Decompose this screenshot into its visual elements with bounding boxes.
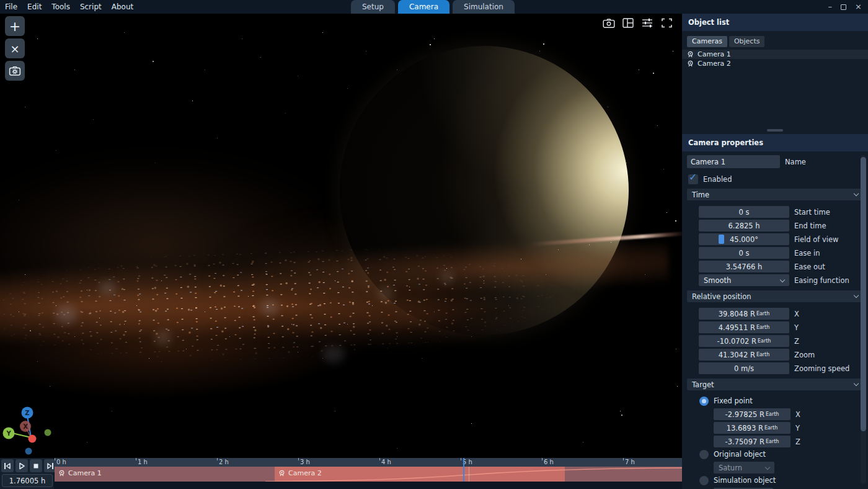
original-object-radio[interactable] — [699, 450, 709, 459]
panel-splitter-handle[interactable] — [767, 129, 783, 132]
field-of-view-slider[interactable]: 45.000° — [699, 233, 789, 245]
camera-properties-body: Name ✓ Enabled Time 0 s Start time 6.282… — [682, 151, 868, 489]
add-object-button[interactable]: + — [5, 16, 25, 36]
bokeh-blob — [440, 271, 454, 284]
axis-gizmo[interactable]: X Z Y — [2, 403, 61, 458]
list-item-camera1[interactable]: Camera 1 — [682, 50, 868, 59]
viewport-toolbar: + × — [5, 16, 25, 81]
zoom-field[interactable]: 41.3042 REarth — [699, 349, 789, 361]
timeline-ruler[interactable]: 0 h 1 h 2 h 3 h 4 h 5 h 6 h 7 h — [55, 458, 682, 467]
tab-setup[interactable]: Setup — [351, 0, 395, 14]
menu-script[interactable]: Script — [80, 2, 102, 11]
close-x-icon: × — [10, 42, 19, 55]
camera-icon — [687, 60, 694, 67]
stop-button[interactable] — [30, 459, 42, 472]
menu-file[interactable]: File — [5, 2, 17, 11]
name-label: Name — [785, 158, 806, 166]
ease-in-label: Ease in — [794, 249, 820, 258]
menu-tools[interactable]: Tools — [51, 2, 70, 11]
screenshot-button[interactable] — [602, 16, 616, 30]
viewport-view-controls — [602, 16, 673, 30]
section-time[interactable]: Time — [687, 189, 863, 200]
timeline[interactable]: 0 h 1 h 2 h 3 h 4 h 5 h 6 h 7 h Camera 1 — [55, 458, 682, 489]
original-object-label: Original object — [714, 450, 766, 459]
end-time-label: End time — [794, 222, 826, 230]
end-time-field[interactable]: 6.2825 h — [699, 220, 789, 231]
delete-object-button[interactable]: × — [5, 38, 25, 58]
tab-cameras[interactable]: Cameras — [687, 36, 727, 47]
window-controls: – × — [828, 0, 862, 14]
tab-objects[interactable]: Objects — [729, 36, 765, 47]
menu-edit[interactable]: Edit — [27, 2, 42, 11]
list-item-camera2[interactable]: Camera 2 — [682, 59, 868, 68]
section-relative-position[interactable]: Relative position — [687, 290, 863, 302]
fixed-point-radio[interactable] — [699, 397, 709, 406]
play-button[interactable] — [16, 459, 28, 472]
target-x-label: X — [795, 410, 800, 419]
target-z-label: Z — [795, 437, 800, 446]
enabled-label: Enabled — [703, 175, 732, 184]
position-x-label: X — [794, 310, 799, 318]
chevron-down-icon — [854, 191, 859, 196]
position-x-field[interactable]: 39.8048 REarth — [699, 308, 789, 320]
easing-function-dropdown[interactable]: Smooth — [699, 274, 789, 286]
field-of-view-label: Field of view — [794, 235, 838, 244]
minimize-icon[interactable]: – — [828, 0, 833, 14]
viewport-3d[interactable]: + × — [0, 14, 682, 458]
fullscreen-button[interactable] — [660, 16, 673, 30]
slider-handle[interactable] — [719, 235, 724, 244]
chevron-down-icon — [765, 464, 770, 469]
start-time-field[interactable]: 0 s — [699, 206, 789, 218]
skip-start-icon — [3, 462, 12, 470]
bokeh-blob — [378, 287, 393, 300]
axis-x-negative-dot — [45, 429, 51, 436]
object-list-header: Object list — [682, 14, 868, 31]
camera-settings-button[interactable] — [5, 61, 25, 81]
screenshot-camera-icon — [603, 18, 615, 29]
tab-simulation[interactable]: Simulation — [453, 0, 515, 14]
zooming-speed-field[interactable]: 0 m/s — [699, 362, 789, 374]
fixed-point-label: Fixed point — [714, 397, 753, 405]
bokeh-blob — [56, 305, 77, 324]
close-icon[interactable]: × — [855, 0, 862, 14]
object-list-tabs: Cameras Objects — [687, 36, 868, 47]
original-object-dropdown[interactable]: Saturn — [714, 462, 774, 473]
ease-out-field[interactable]: 3.54766 h — [699, 261, 789, 272]
simulation-object-radio[interactable] — [699, 476, 709, 485]
menu-about[interactable]: About — [112, 2, 133, 11]
bokeh-blob — [260, 299, 279, 315]
target-y-field[interactable]: 13.6893 REarth — [714, 422, 790, 434]
play-icon — [18, 462, 25, 470]
plus-icon: + — [9, 19, 20, 34]
position-y-field[interactable]: 4.49511 REarth — [699, 321, 789, 333]
playhead[interactable] — [463, 458, 464, 482]
zoom-label: Zoom — [794, 351, 815, 359]
chevron-down-icon — [854, 381, 859, 386]
transport-controls — [1, 459, 56, 472]
name-input[interactable] — [687, 155, 780, 168]
adjust-button[interactable] — [640, 16, 654, 30]
current-time-field[interactable]: 1.76005 h — [2, 474, 53, 487]
camera-icon — [687, 51, 694, 58]
gizmo-center-dot — [29, 435, 37, 443]
section-target[interactable]: Target — [687, 379, 863, 390]
position-z-field[interactable]: -10.0702 REarth — [699, 335, 789, 347]
scrollbar-thumb[interactable] — [861, 157, 866, 431]
target-x-field[interactable]: -2.97825 REarth — [714, 408, 790, 420]
start-time-label: Start time — [794, 208, 830, 217]
layout-button[interactable] — [621, 16, 635, 30]
skip-to-start-button[interactable] — [1, 459, 14, 472]
enabled-checkbox[interactable]: ✓ — [688, 174, 698, 184]
target-z-field[interactable]: -3.75097 REarth — [714, 436, 790, 447]
chevron-down-icon — [780, 277, 785, 282]
stop-icon — [32, 462, 40, 470]
camera-properties-header: Camera properties — [682, 134, 868, 151]
tab-camera[interactable]: Camera — [398, 0, 450, 14]
camera1-track-block[interactable]: Camera 1 Camera 2 — [55, 467, 682, 482]
hover-time-line — [469, 467, 469, 482]
ease-in-field[interactable]: 0 s — [699, 247, 789, 259]
dust-sparkles — [0, 14, 1, 14]
object-list-title: Object list — [688, 18, 729, 27]
simulation-object-label: Simulation object — [714, 476, 776, 485]
maximize-icon[interactable] — [841, 4, 846, 10]
